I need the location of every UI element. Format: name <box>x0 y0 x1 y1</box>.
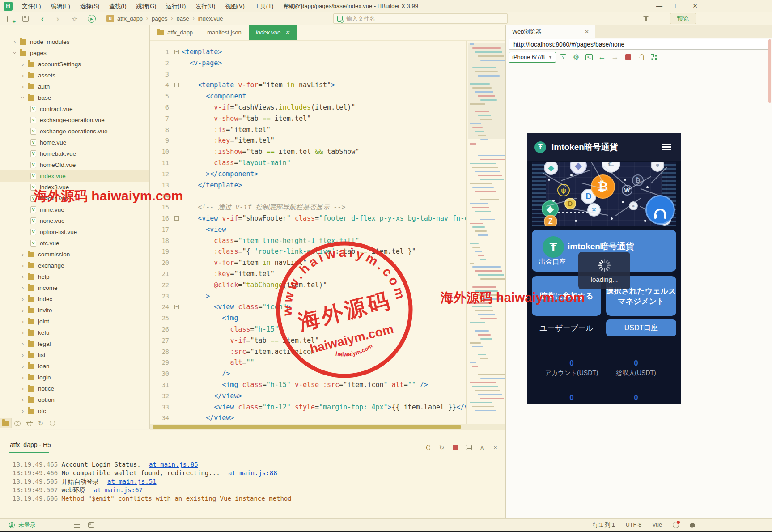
chevron-right-icon[interactable]: › <box>20 374 26 381</box>
tree-item-contract.vue[interactable]: Vcontract.vue <box>0 103 150 115</box>
tree-item-homeOld.vue[interactable]: VhomeOld.vue <box>0 159 150 170</box>
console-source-link[interactable]: at main.js:51 <box>107 478 157 485</box>
chevron-right-icon[interactable]: › <box>20 83 26 90</box>
tree-item-node_modules[interactable]: ›node_modules <box>0 36 150 47</box>
console-debug-button[interactable] <box>424 443 432 451</box>
browser-settings-button[interactable]: ⚙ <box>570 52 582 63</box>
menu-item-7[interactable]: 视图(V) <box>220 0 249 12</box>
breadcrumb-item-pages[interactable]: pages <box>152 15 167 22</box>
chevron-right-icon[interactable]: › <box>20 329 26 336</box>
close-tab-icon[interactable]: ✕ <box>285 30 289 36</box>
tree-item-index.vue[interactable]: Vindex.vue <box>0 170 150 182</box>
browser-forward-button[interactable]: → <box>609 52 621 63</box>
back-button[interactable]: ‹ <box>38 14 47 24</box>
tree-item-kefu[interactable]: ›kefu <box>0 327 150 338</box>
maximize-button[interactable]: □ <box>672 1 683 11</box>
menu-item-5[interactable]: 运行(R) <box>161 0 191 12</box>
cursor-position[interactable]: 行:1 列:1 <box>593 521 615 529</box>
tree-item-auth[interactable]: ›auth <box>0 81 150 92</box>
image-icon[interactable] <box>88 522 94 528</box>
explorer-debug-tab[interactable] <box>23 418 35 428</box>
fold-marker-icon[interactable]: − <box>174 50 179 54</box>
menu-item-1[interactable]: 编辑(E) <box>46 0 75 12</box>
forward-button[interactable]: › <box>53 14 63 24</box>
explorer-network-tab[interactable] <box>47 418 58 428</box>
menu-item-0[interactable]: 文件(F) <box>17 0 46 12</box>
breadcrumb-item-atfx_dapp[interactable]: atfx_dapp <box>117 15 143 22</box>
tree-item-exchange-operation.vue[interactable]: Vexchange-operation.vue <box>0 115 150 126</box>
console-collapse-button[interactable]: ∧ <box>478 443 486 451</box>
tree-item-accountSettings[interactable]: ›accountSettings <box>0 59 150 70</box>
tree-item-otc[interactable]: ›otc <box>0 405 150 417</box>
breadcrumb-item-base[interactable]: base <box>177 15 189 22</box>
minimize-button[interactable]: — <box>654 1 665 11</box>
minimap[interactable] <box>468 43 505 425</box>
fold-marker-icon[interactable]: − <box>174 305 179 309</box>
chevron-right-icon[interactable]: › <box>20 307 26 314</box>
tree-item-option[interactable]: ›option <box>0 394 150 405</box>
console-panel-button[interactable] <box>465 443 472 451</box>
console-stop-button[interactable] <box>451 443 459 451</box>
browser-qrcode-button[interactable] <box>648 52 660 63</box>
close-tab-icon[interactable]: ✕ <box>585 29 589 35</box>
chevron-right-icon[interactable]: › <box>20 408 26 414</box>
tree-item-exchange-operations.vue[interactable]: Vexchange-operations.vue <box>0 126 150 137</box>
browser-console-button[interactable]: >_ <box>583 52 595 63</box>
tree-item-home.vue[interactable]: Vhome.vue <box>0 137 150 148</box>
tree-item-commission[interactable]: ›commission <box>0 249 150 260</box>
fold-marker-icon[interactable]: − <box>174 216 179 221</box>
hamburger-menu-icon[interactable] <box>662 144 671 150</box>
tree-item-pages[interactable]: ›pages <box>0 47 150 59</box>
chevron-right-icon[interactable]: › <box>20 396 26 403</box>
bell-icon[interactable] <box>690 523 695 527</box>
tree-item-notice[interactable]: ›notice <box>0 383 150 394</box>
customer-service-button[interactable] <box>645 195 675 225</box>
tree-item-mine.vue[interactable]: Vmine.vue <box>0 204 150 215</box>
console-refresh-button[interactable]: ↻ <box>438 443 445 451</box>
chevron-right-icon[interactable]: › <box>20 318 26 325</box>
explorer-search-tab[interactable] <box>12 418 23 428</box>
browser-stop-button[interactable] <box>622 52 634 63</box>
tree-item-otc.vue[interactable]: Votc.vue <box>0 238 150 249</box>
tree-item-legal[interactable]: ›legal <box>0 338 150 349</box>
language-mode[interactable]: Vue <box>652 522 662 528</box>
tree-item-exchange[interactable]: ›exchange <box>0 260 150 271</box>
explorer-files-tab[interactable] <box>0 418 12 428</box>
menu-item-3[interactable]: 查找(I) <box>104 0 131 12</box>
editor-tab-manifest.json[interactable]: manifest.json <box>200 25 249 40</box>
tree-item-invite[interactable]: ›invite <box>0 305 150 316</box>
console-source-link[interactable]: at main.js:88 <box>228 469 277 477</box>
user-icon[interactable] <box>9 522 15 528</box>
tree-item-joint[interactable]: ›joint <box>0 316 150 327</box>
tree-item-assets[interactable]: ›assets <box>0 70 150 81</box>
editor-horizontal-scrollbar[interactable] <box>150 424 505 430</box>
browser-lock-button[interactable] <box>635 52 647 63</box>
run-button[interactable]: ▶ <box>87 14 97 24</box>
chevron-right-icon[interactable]: › <box>12 38 18 45</box>
close-button[interactable]: ✕ <box>690 1 700 11</box>
chevron-right-icon[interactable]: › <box>20 72 26 79</box>
encoding-indicator[interactable]: UTF-8 <box>626 522 641 528</box>
scrollbar-thumb[interactable] <box>153 425 461 429</box>
chevron-down-icon[interactable]: › <box>20 95 26 101</box>
usdt-account-button[interactable]: USDT口座 <box>606 319 676 336</box>
menu-item-6[interactable]: 发行(U) <box>191 0 220 12</box>
new-file-button[interactable] <box>5 14 15 24</box>
file-search-box[interactable] <box>333 13 508 24</box>
url-input[interactable] <box>509 39 770 50</box>
explorer-refresh-button[interactable]: ↻ <box>35 418 47 428</box>
save-button[interactable] <box>21 14 30 24</box>
login-status[interactable]: 未登录 <box>18 521 36 529</box>
menu-item-2[interactable]: 选择(S) <box>75 0 104 12</box>
filter-icon[interactable] <box>643 16 649 19</box>
chevron-right-icon[interactable]: › <box>20 363 26 370</box>
browser-scrollbar[interactable] <box>768 39 771 103</box>
notification-icon[interactable] <box>673 522 679 528</box>
console-source-link[interactable]: at main.js:67 <box>93 486 143 494</box>
tree-item-help[interactable]: ›help <box>0 271 150 282</box>
search-input[interactable] <box>346 15 494 22</box>
list-icon[interactable] <box>74 523 80 528</box>
open-external-button[interactable]: ↘ <box>557 52 569 63</box>
fold-marker-icon[interactable]: − <box>174 83 179 87</box>
browser-back-button[interactable]: ← <box>596 52 608 63</box>
